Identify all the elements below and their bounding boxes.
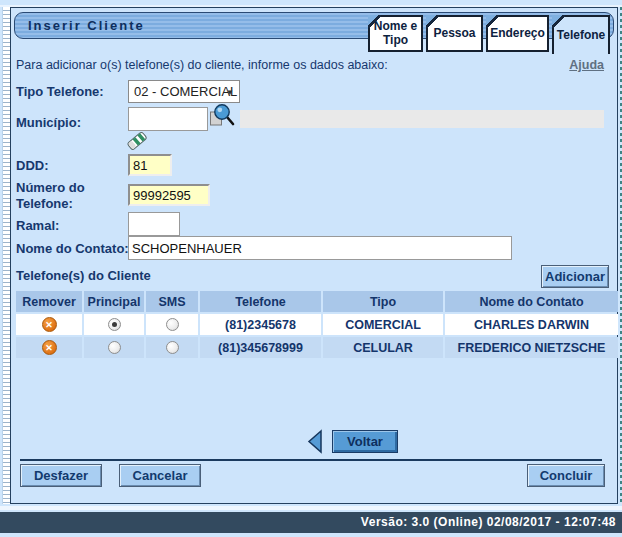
tab-label: Telefone — [557, 29, 605, 43]
page-title: Inserir Cliente — [28, 18, 145, 33]
tipo-telefone-select[interactable]: 02 - COMERCIAL ▼ — [128, 80, 240, 103]
nome-contato-label: Nome do Contato: — [16, 241, 129, 256]
contact-name-cell: FREDERICO NIETZSCHE — [445, 337, 618, 358]
col-header-telefone: Telefone — [200, 291, 321, 312]
phones-table: Remover Principal SMS Telefone Tipo Nome… — [16, 291, 608, 358]
instruction-text: Para adicionar o(s) telefone(s) do clien… — [16, 58, 388, 72]
tab-label: Pessoa — [433, 27, 475, 41]
contact-name-cell: CHARLES DARWIN — [445, 314, 618, 335]
eraser-clear-icon[interactable] — [125, 129, 149, 156]
tab-pessoa[interactable]: Pessoa — [426, 15, 483, 52]
voltar-button[interactable]: Voltar — [332, 430, 398, 453]
bottom-separator — [20, 459, 602, 461]
ddd-label: DDD: — [16, 158, 49, 173]
tab-nome-e-tipo[interactable]: Nome e Tipo — [368, 15, 423, 52]
col-header-sms: SMS — [146, 291, 198, 312]
tab-corner-notch — [368, 15, 381, 28]
municipio-label: Município: — [16, 115, 81, 130]
bottom-light-strip — [0, 506, 622, 510]
remove-phone-icon[interactable]: ✕ — [42, 317, 57, 332]
nome-contato-input[interactable] — [128, 236, 512, 260]
principal-radio[interactable] — [108, 318, 121, 331]
table-row-cell — [146, 314, 198, 335]
concluir-button[interactable]: Concluir — [527, 464, 605, 487]
left-striped-border — [2, 7, 10, 504]
table-row-cell — [146, 337, 198, 358]
numero-telefone-label: Número do Telefone: — [16, 180, 108, 213]
version-footer: Versão: 3.0 (Online) 02/08/2017 - 12:07:… — [0, 512, 622, 533]
selected-option: 02 - COMERCIAL — [134, 84, 237, 99]
tab-telefone[interactable]: Telefone — [552, 15, 610, 54]
col-header-principal: Principal — [84, 291, 144, 312]
adicionar-button[interactable]: Adicionar — [541, 265, 609, 288]
phone-number-cell: (81)345678999 — [200, 337, 321, 358]
tab-corner-notch — [426, 15, 439, 28]
col-header-tipo: Tipo — [323, 291, 443, 312]
table-row-cell — [84, 314, 144, 335]
table-row-cell — [84, 337, 144, 358]
municipio-name-field — [240, 110, 604, 128]
ddd-input[interactable] — [128, 154, 172, 176]
tab-corner-notch — [486, 15, 499, 28]
dropdown-arrow-icon: ▼ — [226, 82, 234, 103]
col-header-nome-contato: Nome do Contato — [445, 291, 618, 312]
search-magnifier-icon[interactable] — [209, 103, 235, 134]
principal-radio[interactable] — [108, 341, 121, 354]
sms-radio[interactable] — [166, 341, 179, 354]
cancelar-button[interactable]: Cancelar — [119, 464, 201, 487]
tab-label: Endereço — [490, 27, 545, 41]
table-row-cell: ✕ — [16, 337, 82, 358]
top-divider — [0, 5, 622, 7]
remove-phone-icon[interactable]: ✕ — [42, 340, 57, 355]
municipio-code-input[interactable] — [128, 107, 208, 131]
tab-corner-notch — [552, 15, 565, 28]
tipo-telefone-label: Tipo Telefone: — [16, 84, 104, 99]
help-link[interactable]: Ajuda — [569, 58, 604, 72]
table-row-cell: ✕ — [16, 314, 82, 335]
desfazer-button[interactable]: Desfazer — [20, 464, 102, 487]
tab-endereco[interactable]: Endereço — [486, 15, 549, 52]
sms-radio[interactable] — [166, 318, 179, 331]
phones-section-title: Telefone(s) do Cliente — [16, 268, 151, 283]
phone-type-cell: CELULAR — [323, 337, 443, 358]
numero-telefone-input[interactable] — [128, 184, 210, 206]
phone-type-cell: COMERCIAL — [323, 314, 443, 335]
ramal-label: Ramal: — [16, 218, 59, 233]
col-header-remover: Remover — [16, 291, 82, 312]
phone-number-cell: (81)2345678 — [200, 314, 321, 335]
back-arrow-icon[interactable] — [306, 429, 324, 458]
ramal-input[interactable] — [128, 212, 180, 236]
